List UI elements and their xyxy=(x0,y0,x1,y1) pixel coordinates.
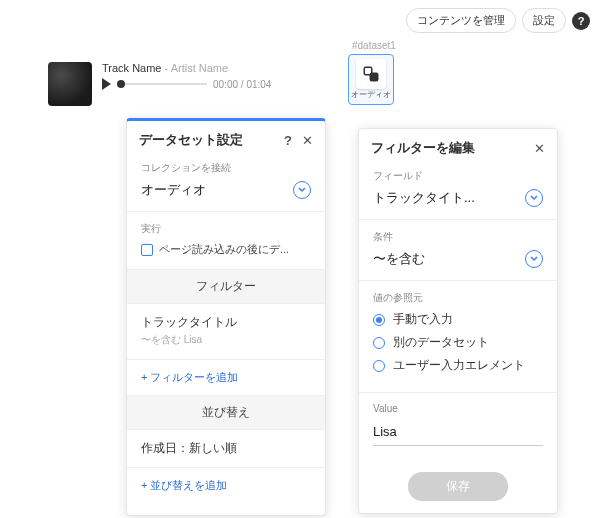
progress-bar[interactable] xyxy=(117,83,207,85)
help-icon[interactable]: ? xyxy=(572,12,590,30)
radio-label: ユーザー入力エレメント xyxy=(393,357,525,374)
dataset-element[interactable]: オーディオ xyxy=(348,54,394,105)
track-name: Track Name xyxy=(102,62,162,74)
album-art xyxy=(48,62,92,106)
run-label: 実行 xyxy=(141,222,311,236)
add-filter-link[interactable]: + フィルターを追加 xyxy=(127,359,325,395)
dataset-label: オーディオ xyxy=(349,91,393,100)
collection-dropdown[interactable] xyxy=(293,181,311,199)
radio-manual[interactable]: 手動で入力 xyxy=(373,311,543,328)
value-input[interactable]: Lisa xyxy=(373,420,543,446)
radio-label: 手動で入力 xyxy=(393,311,453,328)
collection-label: コレクションを接続 xyxy=(141,161,311,175)
value-label: Value xyxy=(373,403,543,414)
save-button[interactable]: 保存 xyxy=(408,472,508,501)
condition-dropdown[interactable] xyxy=(525,250,543,268)
panel-close-icon[interactable]: ✕ xyxy=(302,133,313,148)
filter-item-title: トラックタイトル xyxy=(141,314,311,331)
dataset-settings-panel: データセット設定 ? ✕ コレクションを接続 オーディオ 実行 ページ読み込みの… xyxy=(126,118,326,516)
radio-icon[interactable] xyxy=(373,314,385,326)
filter-item-row[interactable]: トラックタイトル 〜を含む Lisa xyxy=(127,303,325,359)
checkbox-icon[interactable] xyxy=(141,244,153,256)
svg-rect-1 xyxy=(370,73,378,81)
dataset-id-label: #dataset1 xyxy=(352,40,396,51)
collection-value: オーディオ xyxy=(141,181,206,199)
run-option-label: ページ読み込みの後にデ... xyxy=(159,242,289,257)
field-value: トラックタイト... xyxy=(373,189,475,207)
manage-content-button[interactable]: コンテンツを管理 xyxy=(406,8,516,33)
radio-icon[interactable] xyxy=(373,360,385,372)
sort-item[interactable]: 作成日：新しい順 xyxy=(127,429,325,467)
radio-dataset[interactable]: 別のデータセット xyxy=(373,334,543,351)
filter-edit-panel: フィルターを編集 ✕ フィールド トラックタイト... 条件 〜を含む 値の参照… xyxy=(358,128,558,514)
panel-help-icon[interactable]: ? xyxy=(284,133,292,148)
artist-name: Artist Name xyxy=(171,62,228,74)
dataset-icon xyxy=(356,59,386,89)
radio-user-input[interactable]: ユーザー入力エレメント xyxy=(373,357,543,374)
run-checkbox-row[interactable]: ページ読み込みの後にデ... xyxy=(141,242,311,257)
radio-icon[interactable] xyxy=(373,337,385,349)
filter-panel-title: フィルターを編集 xyxy=(371,139,475,157)
condition-value: 〜を含む xyxy=(373,250,425,268)
filter-item-sub: 〜を含む Lisa xyxy=(141,333,311,347)
track-title-line: Track Name - Artist Name xyxy=(102,62,271,74)
condition-label: 条件 xyxy=(373,230,543,244)
field-dropdown[interactable] xyxy=(525,189,543,207)
time-display: 00:00 / 01:04 xyxy=(213,79,271,90)
value-source-label: 値の参照元 xyxy=(373,291,543,305)
field-label: フィールド xyxy=(373,169,543,183)
play-icon[interactable] xyxy=(102,78,111,90)
audio-player: Track Name - Artist Name 00:00 / 01:04 xyxy=(48,62,271,106)
sort-section-header: 並び替え xyxy=(127,395,325,429)
settings-button[interactable]: 設定 xyxy=(522,8,566,33)
filter-panel-close-icon[interactable]: ✕ xyxy=(534,141,545,156)
add-sort-link[interactable]: + 並び替えを追加 xyxy=(127,467,325,503)
track-sep: - xyxy=(162,62,171,74)
panel-title: データセット設定 xyxy=(139,131,243,149)
filter-section-header: フィルター xyxy=(127,269,325,303)
radio-label: 別のデータセット xyxy=(393,334,489,351)
